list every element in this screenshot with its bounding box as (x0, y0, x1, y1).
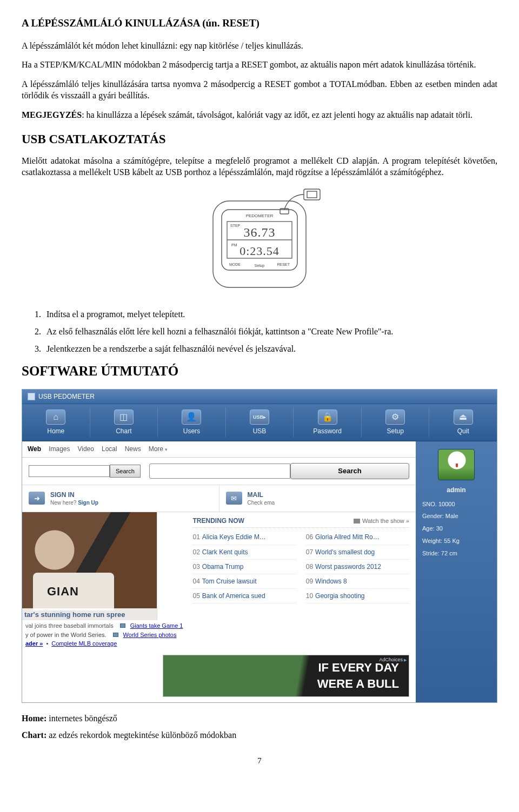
search-small-box: Search (29, 465, 141, 478)
search-big-input[interactable] (149, 464, 290, 479)
search-row: Search Search (22, 458, 416, 485)
signin-icon: ➜ (29, 492, 45, 505)
trending-header: TRENDING NOW (192, 516, 244, 525)
signin-panel[interactable]: ➜ SIGN IN New here? Sign Up (22, 485, 219, 512)
lock-icon: 🔒 (318, 410, 337, 425)
app-sidebar: admin SNO. 10000 Gender: Male Age: 30 We… (416, 441, 497, 702)
toolbar-password-label: Password (294, 427, 361, 435)
hero-link3[interactable]: Complete MLB coverage (51, 639, 117, 648)
para-intro: A lépésszámlálót két módon lehet kinullá… (22, 40, 497, 52)
trend-01[interactable]: 01Alicia Keys Eddie M… (192, 530, 296, 545)
hero-line2: y of power in the World Series. (25, 630, 107, 640)
search-big-button[interactable]: Search (290, 463, 409, 479)
webtab-web[interactable]: Web (28, 445, 41, 457)
webtab-news[interactable]: News (125, 445, 141, 457)
signup-link[interactable]: Sign Up (78, 500, 98, 506)
sidebar-gender: Gender: Male (422, 512, 490, 520)
home-icon: ⌂ (46, 410, 65, 425)
webtab-images[interactable]: Images (49, 445, 70, 457)
hero-link1[interactable]: Giants take Game 1 (130, 621, 183, 630)
tv-icon (354, 519, 360, 524)
photo-icon (120, 623, 125, 628)
ped-line2: 0:23.54 (239, 244, 280, 258)
step-3-num: 3. (35, 343, 46, 355)
toolbar-home[interactable]: ⌂ Home (22, 407, 90, 438)
toolbar-setup-label: Setup (362, 427, 429, 435)
mail-sub: Check ema (248, 499, 275, 507)
hero-jersey (33, 573, 114, 610)
trend-02[interactable]: 02Clark Kent quits (192, 545, 296, 560)
def-home-text: internetes böngésző (46, 714, 117, 723)
note-rest: : ha kinullázza a lépések számát, távols… (82, 110, 473, 119)
signin-title: SIGN IN (50, 491, 98, 499)
hero-line3[interactable]: ader » (25, 639, 43, 648)
mail-panel[interactable]: ✉ MAIL Check ema (219, 485, 416, 512)
toolbar-chart[interactable]: ◫ Chart (90, 407, 158, 438)
toolbar-password[interactable]: 🔒 Password (294, 407, 362, 438)
watch-show-link[interactable]: Watch the show » (354, 517, 409, 525)
step-2: 2.Az első felhasználás előtt lére kell h… (35, 326, 497, 338)
toolbar-quit[interactable]: ⏏ Quit (429, 407, 497, 438)
toolbar-usb-label: USB (226, 427, 294, 435)
heading-reset: A LÉPÉSSZÁMLÁLÓ KINULLÁZÁSA (ún. RESET) (22, 16, 497, 30)
toolbar-users[interactable]: 👤 Users (158, 407, 226, 438)
webtab-local[interactable]: Local (102, 445, 117, 457)
ad-line2: WERE A BULL (317, 676, 399, 692)
step-2-num: 2. (35, 326, 46, 338)
para-note: MEGJEGYZÉS: ha kinullázza a lépések szám… (22, 109, 497, 121)
usb-icon: USB▸ (250, 410, 269, 425)
webtab-more[interactable]: More (149, 445, 168, 457)
trend-08[interactable]: 08Worst passwords 2012 (306, 560, 409, 574)
signin-sub-plain: New here? (50, 500, 78, 506)
ped-step: STEP (230, 224, 241, 227)
toolbar-setup[interactable]: ⚙ Setup (362, 407, 430, 438)
step-1: 1.Indítsa el a programot, melyet telepít… (35, 308, 497, 320)
mail-title: MAIL (248, 491, 275, 499)
def-chart: Chart: az edzés rekordok megtekintése kü… (22, 729, 497, 741)
ped-mode: MODE (229, 263, 241, 266)
steps-list: 1.Indítsa el a programot, melyet telepít… (35, 308, 497, 354)
adchoices-label[interactable]: AdChoices (380, 656, 407, 663)
trend-03[interactable]: 03Obama Trump (192, 560, 296, 574)
ped-label: PEDOMETER (246, 213, 274, 218)
webtab-video[interactable]: Video (77, 445, 94, 457)
ped-reset: RESET (277, 263, 290, 266)
hero-link2[interactable]: World Series photos (123, 630, 177, 640)
gear-icon: ⚙ (385, 410, 405, 425)
quit-icon: ⏏ (454, 410, 473, 425)
search-small-input[interactable] (29, 465, 110, 477)
avatar (438, 449, 475, 480)
para-usb: Mielőtt adatokat másolna a számítógépre,… (22, 155, 497, 178)
ped-line1: 36.73 (244, 225, 276, 239)
trend-07[interactable]: 07World's smallest dog (306, 545, 409, 560)
trend-09[interactable]: 09Windows 8 (306, 574, 409, 589)
step-3-text: Jelentkezzen be a rendszerbe a saját fel… (46, 344, 296, 353)
toolbar-users-label: Users (158, 427, 225, 435)
search-small-button[interactable]: Search (110, 465, 141, 478)
ped-pm: PM (231, 243, 237, 247)
toolbar-home-label: Home (22, 427, 90, 435)
mail-icon: ✉ (226, 492, 242, 505)
sidebar-age: Age: 30 (422, 525, 490, 533)
trend-04[interactable]: 04Tom Cruise lawsuit (192, 574, 296, 589)
def-chart-text: az edzés rekordok megtekintése különböző… (46, 730, 236, 740)
def-chart-label: Chart: (22, 730, 46, 740)
sidebar-stride: Stride: 72 cm (422, 549, 490, 558)
heading-software: SOFTWARE ÚTMUTATÓ (22, 362, 497, 380)
def-home: Home: internetes böngésző (22, 713, 497, 724)
hero-image[interactable]: tar's stunning home run spree (22, 512, 157, 620)
toolbar-usb[interactable]: USB▸ USB (226, 407, 294, 438)
svg-rect-5 (307, 191, 317, 198)
hero-sublines: val joins three baseball immortals Giant… (22, 620, 186, 652)
search-big-box: Search (149, 463, 409, 479)
trend-05[interactable]: 05Bank of America sued (192, 589, 296, 603)
ad-banner[interactable]: AdChoices IF EVERY DAY WERE A BULL (163, 655, 409, 697)
heading-usb: USB CSATLAKOZTATÁS (22, 131, 497, 147)
pedometer-illustration: PEDOMETER STEP 36.73 PM 0:23.54 MODE RES… (173, 186, 346, 294)
web-tabs: Web Images Video Local News More (22, 441, 416, 457)
sidebar-sno: SNO. 10000 (422, 500, 490, 508)
trend-06[interactable]: 06Gloria Allred Mitt Ro… (306, 530, 409, 545)
users-icon: 👤 (182, 410, 201, 425)
trend-10[interactable]: 10Georgia shooting (306, 589, 409, 603)
step-3: 3.Jelentkezzen be a rendszerbe a saját f… (35, 343, 497, 355)
